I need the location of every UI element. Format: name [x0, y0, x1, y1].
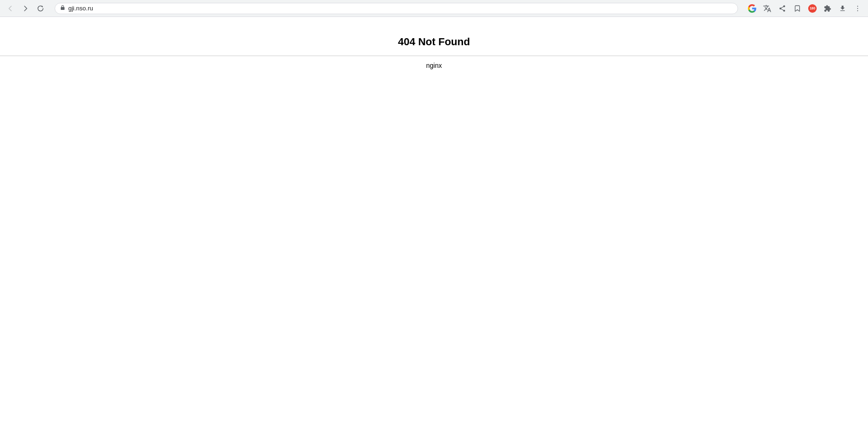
ublockorigin-icon: 180 [808, 4, 817, 13]
url-text: gji.nso.ru [68, 5, 93, 12]
chrome-menu-icon [854, 5, 861, 12]
downloads-icon [839, 5, 846, 12]
bookmark-icon [794, 5, 801, 12]
page-content: 404 Not Found nginx [0, 17, 868, 69]
ublockorigin-button[interactable]: 180 [806, 2, 819, 15]
reload-button[interactable] [34, 2, 47, 15]
svg-rect-0 [61, 7, 65, 10]
reload-icon [37, 5, 44, 12]
bookmark-button[interactable] [791, 2, 804, 15]
svg-point-2 [857, 8, 858, 9]
forward-button[interactable] [19, 2, 32, 15]
svg-point-1 [857, 6, 858, 7]
translate-button[interactable] [761, 2, 774, 15]
downloads-button[interactable] [836, 2, 849, 15]
address-bar[interactable]: gji.nso.ru [55, 3, 738, 14]
extensions-icon [824, 5, 831, 12]
nav-buttons [4, 2, 47, 15]
lock-icon [60, 5, 65, 12]
toolbar-right: 180 [746, 2, 864, 15]
back-icon [7, 5, 14, 12]
browser-chrome: gji.nso.ru [0, 0, 868, 17]
share-button[interactable] [776, 2, 789, 15]
google-button[interactable] [746, 2, 759, 15]
google-icon [748, 4, 756, 13]
extensions-button[interactable] [821, 2, 834, 15]
forward-icon [22, 5, 29, 12]
error-heading: 404 Not Found [0, 36, 868, 48]
svg-point-3 [857, 10, 858, 11]
divider [0, 56, 868, 56]
share-icon [779, 5, 786, 12]
back-button[interactable] [4, 2, 17, 15]
server-label: nginx [0, 62, 868, 69]
chrome-menu-button[interactable] [851, 2, 864, 15]
translate-icon [763, 4, 771, 13]
